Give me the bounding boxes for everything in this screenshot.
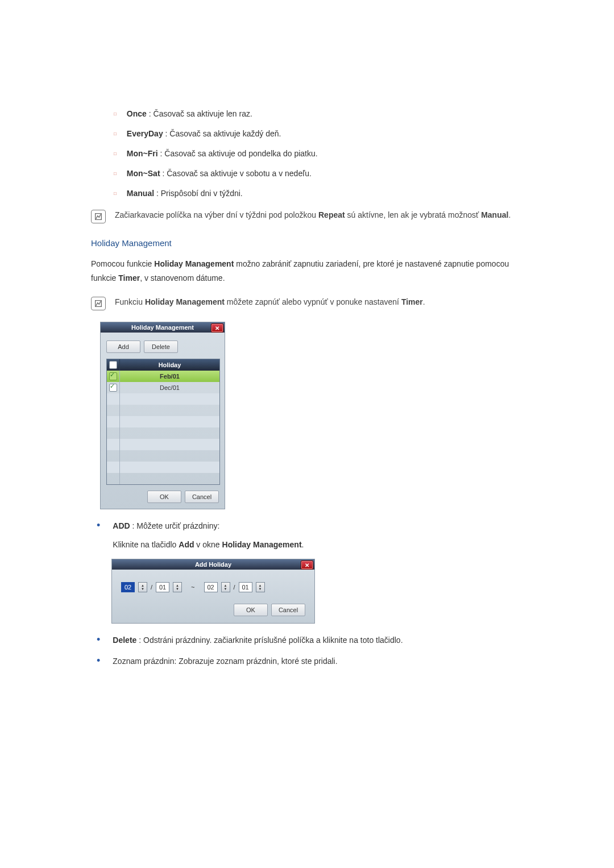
opt-desc: : Časovač sa aktivuje každý deň. [163, 129, 281, 138]
opt-label: Manual [127, 189, 154, 198]
slash: / [234, 584, 235, 591]
bullet-list-holidays: • Zoznam prázdnin: Zobrazuje zoznam práz… [97, 655, 523, 667]
bullet-icon: □ [114, 190, 117, 200]
opt-desc: : Časovač sa aktivuje v sobotu a v nedeľ… [160, 169, 312, 178]
add-label: ADD [113, 521, 130, 530]
cancel-button[interactable]: Cancel [185, 491, 219, 503]
close-icon[interactable]: ✕ [211, 323, 223, 333]
holiday-date: Dec/01 [120, 382, 219, 393]
dialog-title: Holiday Management [131, 324, 194, 331]
add-holiday-dialog: Add Holiday ✕ 02 ▲▼ / 01 ▲▼ ~ 02 ▲▼ / 01… [111, 559, 315, 624]
date-range-row: 02 ▲▼ / 01 ▲▼ ~ 02 ▲▼ / 01 ▲▼ [121, 582, 305, 592]
start-month-input[interactable]: 02 [121, 582, 135, 592]
opt-label: Mon~Fri [127, 149, 158, 158]
spinner-icon[interactable]: ▲▼ [256, 582, 265, 592]
repeat-option-once: □ Once : Časovač sa aktivuje len raz. [114, 108, 523, 120]
list-desc: Zoznam prázdnin: Zobrazuje zoznam prázdn… [113, 655, 337, 667]
opt-desc: : Prispôsobí dni v týždni. [154, 189, 243, 198]
note-text: Začiarkavacie políčka na výber dní v týž… [115, 210, 318, 219]
note-holiday-timer: Funkciu Holiday Management môžete zapnúť… [91, 296, 523, 310]
bullet-icon: □ [114, 131, 117, 140]
select-all-checkbox[interactable] [109, 361, 117, 369]
ok-button[interactable]: OK [147, 491, 181, 503]
note-icon [91, 210, 106, 223]
table-row[interactable]: Dec/01 [107, 382, 219, 393]
dot-bullet-icon: • [97, 655, 100, 667]
row-checkbox[interactable] [109, 384, 117, 392]
spinner-icon[interactable]: ▲▼ [221, 582, 230, 592]
dialog-title: Add Holiday [195, 561, 231, 568]
header-holiday: Holiday [120, 359, 219, 371]
spinner-icon[interactable]: ▲▼ [138, 582, 147, 592]
note-bold: Repeat [318, 210, 345, 219]
tilde: ~ [185, 584, 200, 591]
end-day-input[interactable]: 01 [239, 582, 252, 592]
dot-bullet-icon: • [97, 634, 100, 646]
bullet-icon: □ [114, 111, 117, 120]
table-row[interactable]: Feb/01 [107, 371, 219, 382]
add-button[interactable]: Add [106, 340, 140, 353]
ok-button[interactable]: OK [234, 604, 268, 616]
para-holiday-intro: Pomocou funkcie Holiday Management možno… [91, 257, 523, 285]
note-bold: Manual [481, 210, 508, 219]
delete-button[interactable]: Delete [144, 340, 178, 353]
close-icon[interactable]: ✕ [301, 560, 313, 570]
dialog-titlebar: Holiday Management ✕ [101, 322, 225, 333]
opt-desc: : Časovač sa aktivuje od pondelka do pia… [158, 149, 318, 158]
note-icon [91, 297, 106, 310]
opt-label: Mon~Sat [127, 169, 160, 178]
opt-label: EveryDay [127, 129, 163, 138]
holiday-management-dialog: Holiday Management ✕ Add Delete Holiday … [100, 322, 225, 509]
bullet-add: • ADD : Môžete určiť prázdniny: Kliknite… [97, 520, 523, 551]
add-desc: : Môžete určiť prázdniny: [130, 521, 220, 530]
opt-label: Once [127, 109, 147, 118]
table-header: Holiday [107, 359, 219, 371]
bullet-icon: □ [114, 171, 117, 180]
repeat-option-monsat: □ Mon~Sat : Časovač sa aktivuje v sobotu… [114, 168, 523, 180]
dialog-titlebar: Add Holiday ✕ [112, 559, 314, 570]
end-month-input[interactable]: 02 [204, 582, 218, 592]
heading-holiday-management: Holiday Management [91, 238, 523, 248]
note-text: sú aktívne, len ak je vybratá možnosť [345, 210, 481, 219]
repeat-option-monfri: □ Mon~Fri : Časovač sa aktivuje od ponde… [114, 148, 523, 160]
delete-desc: : Odstráni prázdniny. začiarknite príslu… [136, 636, 403, 645]
start-day-input[interactable]: 01 [156, 582, 169, 592]
repeat-option-everyday: □ EveryDay : Časovač sa aktivuje každý d… [114, 128, 523, 140]
note-repeat-manual: Začiarkavacie políčka na výber dní v týž… [91, 209, 523, 223]
repeat-option-manual: □ Manual : Prispôsobí dni v týždni. [114, 188, 523, 200]
note-text: . [508, 210, 511, 219]
bullet-delete: • Delete : Odstráni prázdniny. začiarkni… [97, 634, 523, 646]
opt-desc: : Časovač sa aktivuje len raz. [147, 109, 252, 118]
holiday-table: Holiday Feb/01 Dec/01 [106, 359, 220, 485]
spinner-icon[interactable]: ▲▼ [173, 582, 182, 592]
delete-label: Delete [113, 636, 136, 645]
row-checkbox[interactable] [109, 372, 117, 380]
dot-bullet-icon: • [97, 520, 100, 551]
cancel-button[interactable]: Cancel [271, 604, 305, 616]
bullet-icon: □ [114, 151, 117, 160]
slash: / [151, 584, 152, 591]
holiday-date: Feb/01 [160, 373, 180, 380]
